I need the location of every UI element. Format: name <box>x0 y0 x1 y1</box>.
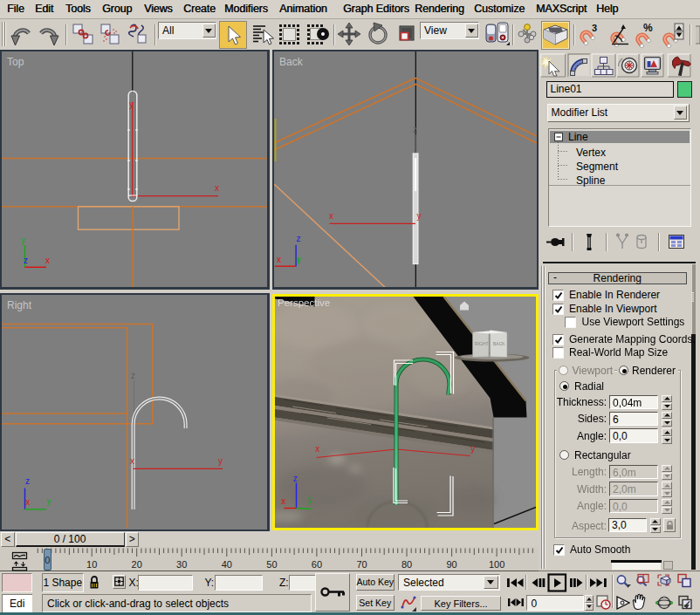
svg-text:80: 80 <box>401 559 412 570</box>
svg-text:y: y <box>21 236 25 245</box>
svg-text:BACK: BACK <box>493 341 505 346</box>
svg-text:y: y <box>470 444 475 454</box>
svg-text:Top: Top <box>7 56 24 68</box>
svg-text:x: x <box>130 456 134 466</box>
svg-text:Back: Back <box>279 56 304 68</box>
svg-text:z: z <box>24 256 28 265</box>
svg-text:50: 50 <box>266 559 277 570</box>
svg-text:z: z <box>413 125 417 134</box>
svg-text:%: % <box>643 22 653 34</box>
svg-text:x: x <box>25 497 30 507</box>
svg-text:y: y <box>308 495 312 504</box>
svg-text:40: 40 <box>222 559 232 570</box>
svg-text:z: z <box>293 474 298 483</box>
svg-text:100: 100 <box>489 559 504 570</box>
svg-text:x: x <box>277 255 281 264</box>
svg-text:y: y <box>297 255 301 264</box>
svg-text:90: 90 <box>446 559 456 570</box>
svg-text:20: 20 <box>132 559 142 570</box>
svg-text:Perspective: Perspective <box>278 297 330 308</box>
svg-text:y: y <box>129 99 134 109</box>
svg-text:z: z <box>296 234 300 243</box>
svg-text:10: 10 <box>86 559 97 570</box>
svg-text:Right: Right <box>7 299 32 311</box>
svg-text:x: x <box>281 496 285 506</box>
svg-text:70: 70 <box>356 559 367 570</box>
svg-text:60: 60 <box>312 559 322 570</box>
svg-text:x: x <box>215 183 219 193</box>
svg-text:3: 3 <box>592 23 597 33</box>
svg-text:x: x <box>329 211 333 221</box>
svg-text:y: y <box>416 211 421 221</box>
svg-text:x: x <box>45 256 50 265</box>
svg-text:x: x <box>315 444 319 454</box>
svg-text:RIGHT: RIGHT <box>475 341 489 346</box>
svg-text:z: z <box>131 371 135 380</box>
svg-text:y: y <box>218 456 223 466</box>
svg-text:30: 30 <box>176 559 187 570</box>
svg-text:z: z <box>25 476 30 486</box>
svg-text:y: y <box>47 496 51 506</box>
